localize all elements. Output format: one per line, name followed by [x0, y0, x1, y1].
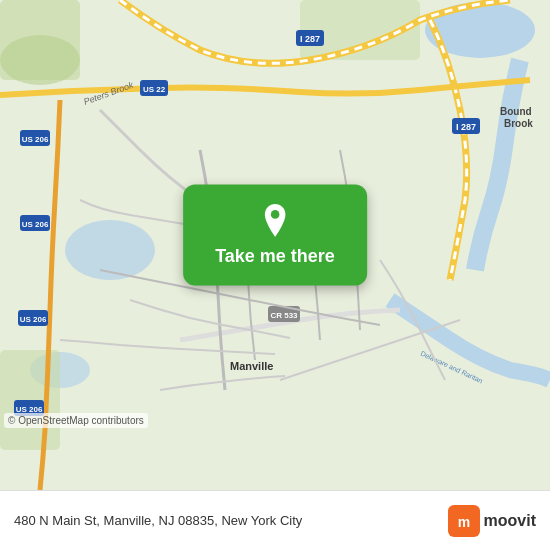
- svg-text:US 206: US 206: [20, 315, 47, 324]
- svg-text:I 287: I 287: [300, 34, 320, 44]
- svg-text:Manville: Manville: [230, 360, 273, 372]
- svg-text:US 206: US 206: [22, 220, 49, 229]
- moovit-wordmark: moovit: [484, 512, 536, 530]
- svg-text:CR 533: CR 533: [270, 311, 298, 320]
- address-text: 480 N Main St, Manville, NJ 08835, New Y…: [14, 513, 302, 528]
- cta-label: Take me there: [215, 246, 335, 267]
- svg-point-5: [0, 35, 80, 85]
- moovit-logo: m moovit: [448, 505, 536, 537]
- map-attribution: © OpenStreetMap contributors: [4, 413, 148, 428]
- moovit-icon: m: [448, 505, 480, 537]
- svg-text:Brook: Brook: [504, 118, 533, 129]
- svg-text:Bound: Bound: [500, 106, 532, 117]
- cta-button[interactable]: Take me there: [183, 184, 367, 285]
- svg-text:US 22: US 22: [143, 85, 166, 94]
- svg-text:m: m: [457, 514, 469, 530]
- svg-point-29: [271, 210, 280, 219]
- bottom-bar: 480 N Main St, Manville, NJ 08835, New Y…: [0, 490, 550, 550]
- location-pin-icon: [257, 202, 293, 238]
- svg-text:I 287: I 287: [456, 122, 476, 132]
- svg-text:US 206: US 206: [22, 135, 49, 144]
- map-container: I 287 I 287 US 22 US 206 US 206 US 206 U…: [0, 0, 550, 490]
